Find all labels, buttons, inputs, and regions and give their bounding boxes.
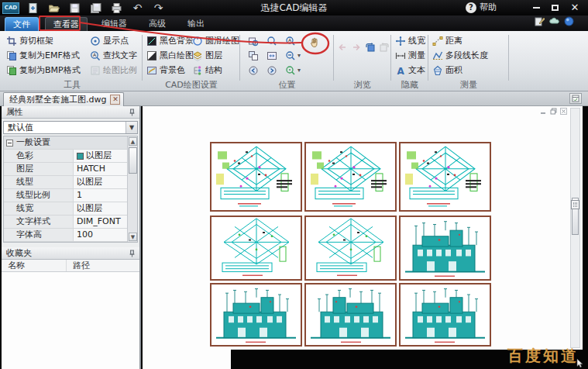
button-label: 绘图比例 bbox=[103, 64, 137, 76]
zoom-window-button[interactable] bbox=[246, 34, 260, 47]
zoom-extents-button[interactable] bbox=[265, 34, 279, 47]
smooth-drawing-button[interactable]: 圆滑绘图 bbox=[191, 33, 241, 48]
chevron-down-icon[interactable]: ▾ bbox=[297, 52, 301, 59]
show-points-button[interactable]: 显示点 bbox=[88, 33, 139, 48]
copy-emf-button[interactable]: 复制为EMF格式 bbox=[5, 48, 82, 63]
close-icon: ✕ bbox=[571, 2, 579, 13]
drawing-thumbnail-elevation[interactable] bbox=[210, 283, 302, 347]
drawing-thumbnail-floor-plan[interactable] bbox=[210, 142, 302, 212]
document-tab-bar: 经典别墅全套施工图.dwg ✕ bbox=[0, 91, 588, 106]
drawing-thumbnail-elevation[interactable] bbox=[399, 216, 491, 281]
property-value: DIM_FONT bbox=[77, 216, 121, 228]
chevron-down-icon[interactable]: ▾ bbox=[297, 67, 301, 74]
favorites-list[interactable] bbox=[2, 272, 139, 369]
column-path[interactable]: 路径 bbox=[67, 260, 90, 271]
structure-button[interactable]: 结构 bbox=[191, 63, 241, 78]
property-row[interactable]: 图层 HATCH bbox=[4, 163, 137, 176]
color-swatch bbox=[77, 153, 84, 160]
help-button[interactable]: ? 帮助 bbox=[466, 2, 497, 13]
collapse-icon[interactable] bbox=[6, 140, 13, 147]
property-row[interactable]: 线型 以图层 bbox=[4, 176, 137, 189]
save-button[interactable] bbox=[67, 2, 82, 15]
favorites-header[interactable]: 收藏夹 bbox=[2, 247, 139, 260]
drawing-thumbnail-roof-plan[interactable] bbox=[210, 216, 302, 281]
drawing-thumbnail-floor-plan[interactable] bbox=[399, 142, 491, 212]
drawing-thumbnail-floor-plan[interactable] bbox=[304, 142, 397, 212]
property-row[interactable]: 字体高 100 bbox=[4, 229, 137, 242]
zoom-selection-button[interactable]: A bbox=[284, 34, 297, 47]
scroll-up-icon[interactable]: ▲ bbox=[129, 137, 137, 146]
print-button[interactable] bbox=[109, 2, 124, 15]
property-value: HATCH bbox=[77, 163, 105, 175]
tab-output[interactable]: 输出 bbox=[180, 17, 212, 31]
bottom-strip: 百度知道 bbox=[231, 350, 588, 369]
minimize-button[interactable] bbox=[529, 2, 543, 13]
background-color-button[interactable]: 背景色 bbox=[145, 63, 195, 78]
previous-view-button[interactable] bbox=[246, 64, 260, 77]
column-name[interactable]: 名称 bbox=[2, 260, 67, 271]
black-background-button[interactable]: 黑色背景 bbox=[145, 33, 195, 48]
new-file-button[interactable] bbox=[26, 2, 40, 15]
drawing-thumbnail-roof-plan[interactable] bbox=[304, 216, 397, 281]
property-row[interactable]: 色彩 以图层 bbox=[4, 150, 137, 163]
panel-toggle-button[interactable] bbox=[569, 93, 582, 104]
hide-lineweight-button[interactable]: 线宽 bbox=[394, 33, 427, 48]
pan-hand-button[interactable] bbox=[307, 35, 322, 50]
mdi-restore-icon[interactable] bbox=[550, 108, 557, 115]
polyline-length-button[interactable]: 多段线长度 bbox=[431, 48, 490, 63]
bw-drawing-icon bbox=[146, 50, 157, 61]
copy-bmp-button[interactable]: 复制为BMP格式 bbox=[5, 63, 82, 78]
polyline-length-icon bbox=[432, 50, 443, 61]
drawing-thumbnail-elevation[interactable] bbox=[304, 283, 397, 347]
roof-plan-drawing bbox=[306, 217, 395, 279]
scroll-down-icon[interactable]: ▼ bbox=[129, 233, 137, 241]
scrollbar-grip[interactable] bbox=[571, 200, 579, 209]
blue-sphere-icon[interactable] bbox=[564, 16, 574, 26]
zoom-out-button[interactable] bbox=[284, 49, 297, 62]
undo-button[interactable]: ↶ bbox=[130, 2, 145, 15]
pin-icon[interactable] bbox=[129, 250, 136, 257]
open-file-button[interactable] bbox=[46, 2, 61, 15]
distance-button[interactable]: 距离 bbox=[431, 33, 490, 48]
document-close-button[interactable]: ✕ bbox=[110, 95, 120, 105]
find-text-button[interactable]: A 查找文字 bbox=[88, 48, 139, 63]
property-row[interactable]: 文字样式 DIM_FONT bbox=[4, 216, 137, 229]
cloud-icon[interactable] bbox=[549, 16, 559, 26]
fit-page-button[interactable] bbox=[265, 49, 279, 62]
mdi-minimize-icon[interactable] bbox=[540, 108, 547, 115]
preset-dropdown[interactable]: 默认值 ▼ bbox=[3, 121, 138, 134]
redo-button[interactable]: ↷ bbox=[151, 2, 166, 15]
bw-drawing-button[interactable]: 黑白绘图 bbox=[145, 48, 195, 63]
document-tab[interactable]: 经典别墅全套施工图.dwg ✕ bbox=[3, 92, 124, 106]
property-section-row[interactable]: 一般设置 bbox=[4, 136, 137, 150]
tab-file[interactable]: 文件 bbox=[5, 17, 39, 31]
tab-editor[interactable]: 编辑器 bbox=[94, 17, 135, 31]
maximize-button[interactable] bbox=[548, 2, 562, 13]
hide-text-button[interactable]: A 文本 bbox=[394, 63, 427, 78]
scrollbar-thumb[interactable] bbox=[129, 147, 137, 174]
notepad-pen-icon[interactable] bbox=[535, 16, 545, 26]
properties-scrollbar[interactable]: ▲ ▼ bbox=[127, 136, 137, 242]
zoom-extents-icon bbox=[266, 36, 277, 47]
property-label: 线型比例 bbox=[4, 189, 74, 202]
rotate-left-button[interactable] bbox=[363, 40, 377, 53]
layers-button[interactable]: 图层 bbox=[191, 48, 241, 63]
canvas-vertical-scrollbar[interactable] bbox=[570, 108, 580, 348]
area-button[interactable]: 面积 bbox=[431, 63, 490, 78]
pin-icon[interactable] bbox=[129, 109, 136, 116]
tab-advanced[interactable]: 高级 bbox=[141, 17, 174, 31]
next-view-button[interactable] bbox=[265, 64, 279, 77]
property-row[interactable]: 线宽 以图层 bbox=[4, 202, 137, 216]
zoom-scale-button[interactable] bbox=[284, 64, 297, 77]
properties-header[interactable]: 属性 bbox=[2, 106, 139, 119]
property-row[interactable]: 线型比例 1 bbox=[4, 189, 137, 202]
tab-viewer[interactable]: 查看器 bbox=[45, 17, 88, 31]
close-button[interactable]: ✕ bbox=[568, 2, 582, 13]
window-view-button[interactable] bbox=[246, 49, 260, 62]
drawing-thumbnail-elevation[interactable] bbox=[399, 283, 491, 347]
hide-measure-button[interactable]: 测量 bbox=[394, 48, 427, 63]
cut-frame-button[interactable]: 剪切框架 bbox=[5, 33, 82, 48]
drawing-canvas[interactable] bbox=[143, 106, 583, 350]
mdi-close-icon[interactable] bbox=[560, 108, 567, 115]
save-all-button[interactable] bbox=[88, 2, 103, 15]
